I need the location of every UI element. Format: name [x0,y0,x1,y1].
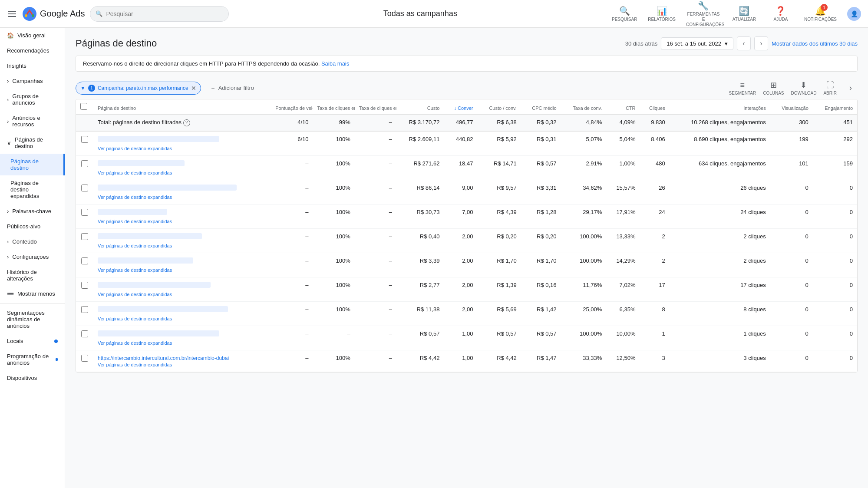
prev-date-button[interactable]: ‹ [737,36,751,50]
sidebar-item-paginas-expandidas[interactable]: Páginas de destino expandidas [0,175,65,204]
colunas-button[interactable]: ⊞ COLUNAS [763,80,784,96]
url-blurred [98,306,228,312]
sidebar-label-paginas-destino: Páginas de destino [10,158,56,171]
sidebar-item-visao-geral[interactable]: 🏠 Visão geral [0,28,65,43]
row-taxa_conv: 2,91% [561,155,607,180]
expand-pages-link[interactable]: Ver páginas de destino expandidas [98,170,267,175]
filter-icon: ▼ [80,85,86,91]
expand-pages-link[interactable]: Ver páginas de destino expandidas [98,340,267,346]
nav-action-relatorios[interactable]: 📊 RELATÓRIOS [648,6,676,22]
sidebar-item-conteudo[interactable]: › Conteúdo [0,234,65,249]
col-conver[interactable]: ↓ Conver [444,99,477,115]
row-checkbox[interactable] [81,233,88,240]
row-checkbox[interactable] [81,209,88,216]
row-conver: 1,00 [444,326,477,350]
add-filter-button[interactable]: ＋ Adicionar filtro [205,81,260,95]
sidebar-item-segmentacoes[interactable]: Segmentações dinâmicas de anúncios [0,305,65,333]
total-pagina: Total: páginas de destino filtradas ? [93,115,271,131]
sidebar-item-historico[interactable]: Histórico de alterações [0,264,65,286]
nav-action-ferramentas[interactable]: 🔧 FERRAMENTAS E CONFIGURAÇÕES [686,0,721,27]
expand-pages-link[interactable]: Ver páginas de destino expandidas [98,316,267,321]
nav-action-pesquisar[interactable]: 🔍 PESQUISAR [611,6,637,22]
url-link[interactable]: https://intercambio.intercultural.com.br… [98,355,229,361]
row-cpc_medio: R$ 1,28 [521,204,561,228]
expand-pages-link[interactable]: Ver páginas de destino expandidas [98,146,267,151]
sidebar-item-recomendacoes[interactable]: Recomendações [0,43,65,58]
abrir-button[interactable]: ⛶ ABRIR [823,81,837,96]
segmentar-button[interactable]: ≡ SEGMENTAR [729,81,756,96]
help-icon-total[interactable]: ? [183,119,190,126]
row-taxa_amp: – [355,277,396,301]
row-checkbox[interactable] [81,355,88,362]
row-checkbox[interactable] [81,306,88,313]
search-input[interactable] [106,10,223,17]
row-engajamento: 0 [813,301,857,326]
nav-action-label-pesquisar: PESQUISAR [612,17,637,22]
sidebar-item-mostrar-menos[interactable]: ➖ Mostrar menos [0,286,65,301]
table-row: Ver páginas de destino expandidas6/10100… [76,131,857,156]
sidebar-item-anuncios[interactable]: › Anúncios e recursos [0,110,65,132]
search-bar[interactable]: 🔍 [90,6,229,22]
download-button[interactable]: ⬇ DOWNLOAD [791,80,817,96]
menu-icon[interactable] [7,9,17,19]
sidebar-item-insights[interactable]: Insights [0,58,65,73]
nav-action-atualizar[interactable]: 🔄 ATUALIZAR [731,6,757,22]
info-bar: Reservamo-nos o direito de direcionar cl… [76,56,858,72]
sidebar-label-historico: Histórico de alterações [7,269,58,282]
row-checkbox[interactable] [81,160,88,167]
row-checkbox[interactable] [81,257,88,264]
saiba-mais-link[interactable]: Saiba mais [321,60,349,67]
row-checkbox[interactable] [81,330,88,337]
sidebar-item-publicos[interactable]: Públicos-alvo [0,219,65,234]
row-visualizacao: 0 [770,326,813,350]
user-avatar[interactable]: 👤 [847,7,861,21]
row-interacoes: 3 cliques [670,350,770,372]
sidebar-item-paginas-destino[interactable]: Páginas de destino [0,154,65,175]
filter-count: 1 [88,85,95,92]
total-taxa-amp: – [355,115,396,131]
row-taxa_amp: – [355,228,396,253]
url-blurred [98,160,185,166]
filter-badge-button[interactable]: ▼ 1 Campanha: pareto.in.max performance … [76,82,201,95]
expand-pages-link[interactable]: Ver páginas de destino expandidas [98,292,267,297]
col-cpc-medio: CPC médio [521,99,561,115]
next-date-button[interactable]: › [754,36,768,50]
row-checkbox[interactable] [81,136,88,143]
table-row: Ver páginas de destino expandidas–––R$ 0… [76,326,857,350]
expand-pages-link[interactable]: Ver páginas de destino expandidas [98,243,267,248]
expand-pages-link[interactable]: Ver páginas de destino expandidas [98,362,267,367]
sidebar-item-paginas-destino-group[interactable]: ∨ Páginas de destino [0,132,65,154]
sidebar-item-programacao[interactable]: Programação de anúncios [0,349,65,370]
expand-pages-link[interactable]: Ver páginas de destino expandidas [98,195,267,200]
row-cliques: 480 [640,155,669,180]
sidebar-item-configuracoes[interactable]: › Configurações [0,249,65,264]
nav-action-notificacoes[interactable]: 🔔1 NOTIFICAÇÕES [804,6,837,22]
row-custo: R$ 86,14 [396,180,444,204]
row-ctr: 14,29% [606,253,640,277]
row-checkbox[interactable] [81,282,88,289]
row-visualizacao: 0 [770,204,813,228]
date-range-button[interactable]: 16 set. a 15 out. 2022 ▾ [661,37,733,50]
row-taxa_otimizadas: 100% [313,180,354,204]
sidebar-item-dispositivos[interactable]: Dispositivos [0,370,65,386]
google-ads-logo[interactable]: Google Ads [23,7,85,21]
row-checkbox[interactable] [81,185,88,191]
row-custo: R$ 11,38 [396,301,444,326]
row-taxa_conv: 29,17% [561,204,607,228]
expand-pages-link[interactable]: Ver páginas de destino expandidas [98,219,267,224]
nav-action-ajuda[interactable]: ❓ AJUDA [768,6,794,22]
collapse-button[interactable]: › [844,81,858,95]
row-cpc_medio: R$ 1,47 [521,350,561,372]
expand-pages-link[interactable]: Ver páginas de destino expandidas [98,267,267,273]
row-checkbox-cell [76,253,93,277]
filter-close-icon[interactable]: ✕ [191,85,196,92]
sidebar-item-campanhas[interactable]: › Campanhas [0,73,65,89]
show-data-link[interactable]: Mostrar dados dos últimos 30 dias [772,40,858,47]
row-url-cell: Ver páginas de destino expandidas [93,155,271,180]
select-all-checkbox[interactable] [80,103,87,110]
sidebar-item-palavras-chave[interactable]: › Palavras-chave [0,204,65,219]
svg-point-1 [25,14,27,17]
sidebar-item-grupos-anuncios[interactable]: › Grupos de anúncios [0,89,65,110]
row-taxa_otimizadas: 100% [313,350,354,372]
sidebar-item-locais[interactable]: Locais [0,333,65,349]
